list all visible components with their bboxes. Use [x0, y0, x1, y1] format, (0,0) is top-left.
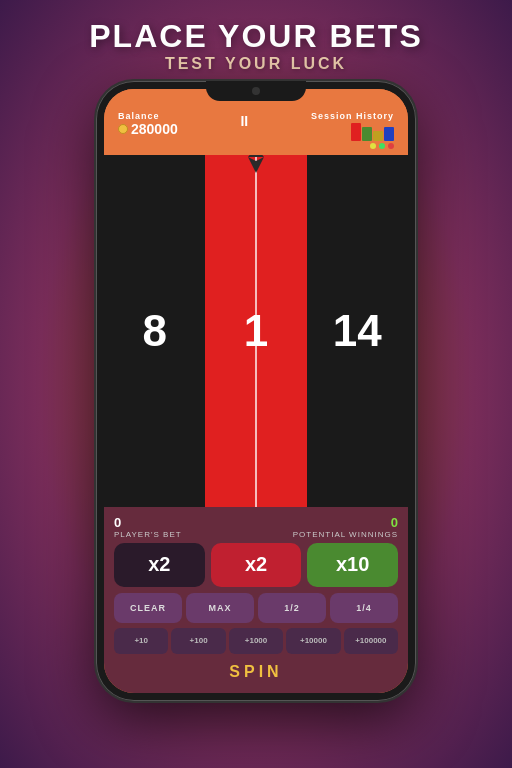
reel-number-right: 14	[333, 306, 382, 356]
player-bet-label: PLAYER'S BET	[114, 530, 182, 539]
chip-row: +10 +100 +1000 +10000 +100000	[114, 628, 398, 654]
half-button[interactable]: 1/2	[258, 593, 326, 623]
coin-icon	[118, 124, 128, 134]
pause-button[interactable]: II	[234, 111, 254, 131]
session-dot-2	[379, 143, 385, 149]
chip-10[interactable]: +10	[114, 628, 168, 654]
max-label: MAX	[209, 603, 232, 613]
headline-subtitle: TEST YOUR LUCK	[89, 55, 422, 73]
winnings-value: 0	[293, 515, 398, 530]
quarter-label: 1/4	[356, 603, 372, 613]
spin-indicator	[246, 155, 266, 177]
session-dot-3	[388, 143, 394, 149]
max-button[interactable]: MAX	[186, 593, 254, 623]
balance-number: 280000	[131, 121, 178, 137]
half-label: 1/2	[284, 603, 300, 613]
chip-100-label: +100	[190, 636, 208, 645]
reel-col-center: 1	[205, 155, 306, 507]
reel-track: 8 1 14	[104, 155, 408, 507]
reel-col-left: 8	[104, 155, 205, 507]
session-dots	[370, 143, 394, 149]
multiplier-row: x2 x2 x10	[114, 543, 398, 587]
session-bar-3	[373, 131, 383, 141]
chip-10000[interactable]: +10000	[286, 628, 340, 654]
multiplier-btn-x2-red[interactable]: x2	[211, 543, 302, 587]
reel-number-center: 1	[244, 306, 268, 356]
session-bar-1	[351, 123, 361, 141]
session-bar-2	[362, 127, 372, 141]
action-row: CLEAR MAX 1/2 1/4	[114, 593, 398, 623]
balance-label: Balance	[118, 111, 178, 121]
quarter-button[interactable]: 1/4	[330, 593, 398, 623]
svg-marker-0	[248, 157, 264, 173]
session-bar-4	[384, 127, 394, 141]
session-section: Session History	[311, 111, 394, 149]
chip-1000[interactable]: +1000	[229, 628, 283, 654]
clear-label: CLEAR	[130, 603, 166, 613]
reel-col-right: 14	[307, 155, 408, 507]
chip-100000-label: +100000	[355, 636, 386, 645]
headline-title: PLACE YOUR BETS	[89, 18, 422, 55]
player-bet-value: 0	[114, 515, 182, 530]
multiplier-label-1: x2	[148, 553, 170, 576]
headline-area: PLACE YOUR BETS TEST YOUR LUCK	[89, 0, 422, 73]
svg-marker-1	[248, 155, 264, 157]
multiplier-btn-x2-dark[interactable]: x2	[114, 543, 205, 587]
phone-notch	[206, 81, 306, 101]
clear-button[interactable]: CLEAR	[114, 593, 182, 623]
chip-100[interactable]: +100	[171, 628, 225, 654]
balance-value-row: 280000	[118, 121, 178, 137]
spin-label[interactable]: SPIN	[229, 659, 282, 683]
session-dot-1	[370, 143, 376, 149]
multiplier-label-2: x2	[245, 553, 267, 576]
winnings-label: POTENTIAL WINNINGS	[293, 530, 398, 539]
phone-device: Balance 280000 II Session History	[96, 81, 416, 701]
reel-number-left: 8	[142, 306, 166, 356]
chip-10-label: +10	[134, 636, 148, 645]
multiplier-label-3: x10	[336, 553, 369, 576]
balance-section: Balance 280000	[118, 111, 178, 137]
bet-area: 0 PLAYER'S BET 0 POTENTIAL WINNINGS x2 x…	[104, 507, 408, 693]
chip-1000-label: +1000	[245, 636, 267, 645]
spin-row: SPIN	[114, 659, 398, 683]
phone-screen: Balance 280000 II Session History	[104, 89, 408, 693]
session-label: Session History	[311, 111, 394, 121]
chip-10000-label: +10000	[300, 636, 327, 645]
multiplier-btn-x10[interactable]: x10	[307, 543, 398, 587]
session-bars	[351, 123, 394, 141]
chip-100000[interactable]: +100000	[344, 628, 398, 654]
reel-area: 8 1 14	[104, 155, 408, 507]
phone-camera	[252, 87, 260, 95]
bet-info-row: 0 PLAYER'S BET 0 POTENTIAL WINNINGS	[114, 515, 398, 539]
